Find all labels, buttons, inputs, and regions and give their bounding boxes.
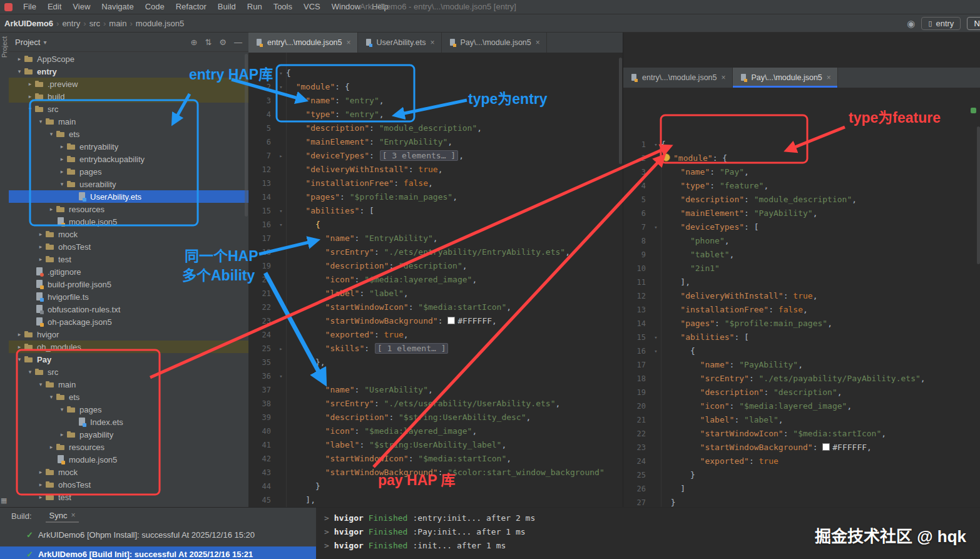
code-line[interactable]: 4 "type": "entry",	[248, 108, 623, 121]
tab-entry-module-json5[interactable]: entry\...\module.json5×	[248, 33, 358, 53]
tree-item-module-json5[interactable]: module.json5	[9, 453, 248, 466]
project-panel-title[interactable]: Project	[15, 38, 40, 47]
breadcrumb-item-src[interactable]: src	[88, 19, 102, 28]
code-line[interactable]: 12 "deliveryWithInstall": true,	[623, 289, 980, 303]
menu-item-code[interactable]: Code	[140, 0, 170, 14]
code-line[interactable]: 43 "startWindowBackground": "$color:star…	[248, 466, 623, 480]
tree-item-appscope[interactable]: ▸AppScope	[9, 53, 248, 65]
tab-pay-module-json5[interactable]: Pay\...\module.json5×	[442, 33, 547, 53]
code-line[interactable]: 35 },	[248, 356, 623, 369]
tree-item-src[interactable]: ▾src	[9, 366, 248, 378]
tree-item--preview[interactable]: ▸.preview	[9, 78, 248, 90]
chevron-right-icon[interactable]: ▸	[26, 93, 34, 100]
menu-item-view[interactable]: View	[67, 0, 96, 14]
code-line[interactable]: 25 }	[623, 468, 980, 482]
tree-item-entry[interactable]: ▾entry	[9, 65, 248, 78]
code-line[interactable]: 21 "label": "label",	[623, 413, 980, 427]
chevron-right-icon[interactable]: ▸	[58, 143, 66, 150]
code-line[interactable]: 45 ],	[248, 493, 623, 507]
code-line[interactable]: 15▾ "abilities": [	[623, 331, 980, 344]
code-line[interactable]: 18 "srcEntry": "./ets/entryability/Entry…	[248, 245, 623, 259]
device-button[interactable]: No	[967, 17, 980, 30]
tree-item-entrybackupability[interactable]: ▸entrybackupability	[9, 153, 248, 165]
code-line[interactable]: 40 "icon": "$media:layered_image",	[248, 424, 623, 438]
code-line[interactable]: 19 "description": "description",	[623, 386, 980, 399]
settings-gear-icon[interactable]: ⚙	[219, 38, 227, 47]
tree-item-resources[interactable]: ▸resources	[9, 203, 248, 215]
project-scrollbar[interactable]	[245, 54, 248, 217]
fold-icon[interactable]: ▾	[651, 344, 661, 358]
chevron-right-icon[interactable]: ▸	[36, 256, 45, 262]
build-message[interactable]: ✓ArkUIDemo6 [Build Init]: successful At …	[0, 546, 316, 559]
code-line[interactable]: 44 }	[248, 480, 623, 493]
chevron-down-icon[interactable]: ▾	[43, 39, 46, 46]
preview-eye-icon[interactable]: ◉	[907, 18, 915, 29]
tree-item-oh-modules[interactable]: ▸oh_modules	[9, 341, 248, 353]
code-line[interactable]: 1▾{	[623, 138, 980, 151]
chevron-right-icon[interactable]: ▸	[47, 206, 56, 212]
code-line[interactable]: 22 "startWindowIcon": "$media:startIcon"…	[248, 300, 623, 314]
code-line[interactable]: 6 "mainElement": "PayAbility",	[623, 207, 980, 220]
fold-icon[interactable]: ▸	[276, 149, 286, 163]
intention-bulb-icon[interactable]	[662, 153, 670, 162]
close-icon[interactable]: ×	[71, 511, 75, 520]
code-line[interactable]: 26 ]	[623, 482, 980, 496]
tab-sync[interactable]: Sync ×	[46, 510, 79, 523]
tree-item-entryability[interactable]: ▸entryability	[9, 140, 248, 153]
code-line[interactable]: 36▾ {	[248, 369, 623, 383]
code-line[interactable]: 14 "pages": "$profile:main_pages",	[623, 317, 980, 331]
tree-item-oh-package-json5[interactable]: oh-package.json5	[9, 315, 248, 328]
code-line[interactable]: 41 "label": "$string:UserAbility_label",	[248, 438, 623, 452]
menu-item-tools[interactable]: Tools	[268, 0, 298, 14]
fold-icon[interactable]: ▾	[276, 218, 286, 232]
chevron-down-icon[interactable]: ▾	[58, 406, 66, 413]
chevron-right-icon[interactable]: ▸	[47, 444, 56, 450]
chevron-down-icon[interactable]: ▾	[26, 106, 34, 112]
code-line[interactable]: 3 "name": "entry",	[248, 94, 623, 108]
code-line[interactable]: 20 "icon": "$media:layered_image",	[248, 273, 623, 287]
code-line[interactable]: 39 "description": "$string:UserAbility_d…	[248, 411, 623, 424]
fold-icon[interactable]: ▾	[276, 80, 286, 94]
code-line[interactable]: 4 "type": "feature",	[623, 179, 980, 193]
code-line[interactable]: 24 "exported": true	[623, 454, 980, 468]
expand-collapse-icon[interactable]: ⇅	[205, 38, 212, 47]
tree-item-module-json5[interactable]: module.json5	[9, 215, 248, 228]
chevron-down-icon[interactable]: ▾	[15, 356, 24, 362]
tree-item-userability[interactable]: ▾userability	[9, 178, 248, 190]
code-line[interactable]: 8 "phone",	[623, 234, 980, 248]
chevron-right-icon[interactable]: ▸	[36, 244, 45, 250]
code-line[interactable]: 2▾"module": {	[623, 151, 980, 165]
code-line[interactable]: 38 "srcEntry": "./ets/userability/UserAb…	[248, 397, 623, 411]
menu-item-vcs[interactable]: VCS	[298, 0, 326, 14]
chevron-right-icon[interactable]: ▸	[26, 81, 34, 87]
code-line[interactable]: 5 "description": "module_description",	[248, 121, 623, 135]
hide-panel-icon[interactable]: —	[234, 38, 242, 47]
fold-icon[interactable]: ▾	[651, 151, 661, 165]
code-line[interactable]: 37 "name": "UserAbility",	[248, 383, 623, 397]
tree-item-build[interactable]: ▸build	[9, 90, 248, 103]
tree-item-build-profile-json5[interactable]: build-profile.json5	[9, 278, 248, 290]
menu-item-refactor[interactable]: Refactor	[170, 0, 212, 14]
chevron-down-icon[interactable]: ▾	[36, 381, 45, 387]
code-line[interactable]: 21 "label": "label",	[248, 287, 623, 300]
chevron-right-icon[interactable]: ▸	[15, 344, 24, 350]
tree-item-hvigor[interactable]: ▸hvigor	[9, 328, 248, 341]
menu-item-file[interactable]: File	[18, 0, 42, 14]
color-swatch[interactable]	[447, 317, 455, 324]
menu-item-edit[interactable]: Edit	[42, 0, 67, 14]
code-line[interactable]: 12 "deliveryWithInstall": true,	[248, 163, 623, 177]
tree-item-test[interactable]: ▸test	[9, 491, 248, 503]
code-line[interactable]: 9 "tablet",	[623, 248, 980, 262]
chevron-right-icon[interactable]: ▸	[58, 168, 66, 175]
tree-item-src[interactable]: ▾src	[9, 103, 248, 115]
tree-item-mock[interactable]: ▸mock	[9, 228, 248, 240]
right-editor-scrollbar[interactable]	[977, 126, 980, 264]
build-message[interactable]: ✓ArkUIDemo6 [Ohpm Install]: successful A…	[0, 528, 316, 541]
code-line[interactable]: 16▾ {	[623, 344, 980, 358]
code-line[interactable]: 23 "startWindowBackground": #FFFFFF,	[248, 314, 623, 328]
chevron-down-icon[interactable]: ▾	[15, 68, 24, 74]
tool-windows-icon[interactable]: ▦	[1, 496, 7, 505]
tree-item-ets[interactable]: ▾ets	[9, 391, 248, 403]
code-line[interactable]: 14 "pages": "$profile:main_pages",	[248, 190, 623, 204]
tree-item-main[interactable]: ▾main	[9, 378, 248, 391]
